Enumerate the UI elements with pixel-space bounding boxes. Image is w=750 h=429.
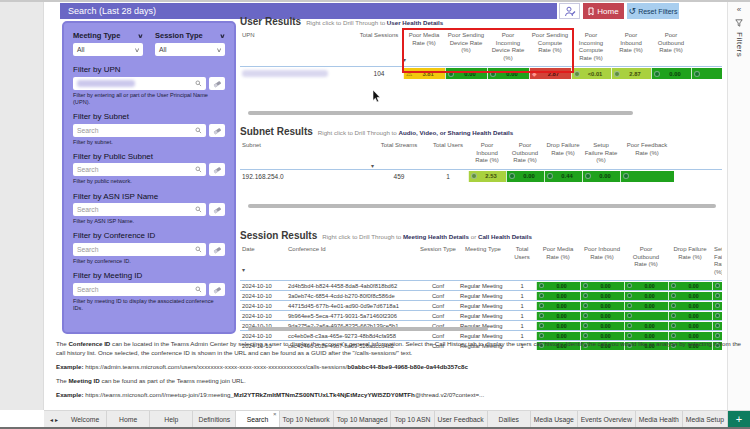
column-header[interactable]: Poor Outbound Rate (%)	[624, 244, 668, 281]
tab-media-setup[interactable]: Media Setup	[683, 411, 728, 427]
column-header[interactable]: Setup Failure Rate (%)	[582, 140, 620, 169]
filter-search-input[interactable]: Search	[73, 283, 206, 296]
tab-media-health[interactable]: Media Health	[636, 411, 683, 427]
close-icon[interactable]: ×	[273, 411, 277, 417]
filter-search-input[interactable]: Search	[73, 124, 206, 137]
column-header[interactable]: Drop Failure Rate (%)	[544, 140, 582, 169]
tab-definitions[interactable]: Definitions	[193, 411, 236, 427]
eraser-icon	[213, 205, 222, 214]
column-header[interactable]: Poor Sending Device Rate (%)	[445, 30, 487, 67]
filter-search-input[interactable]: Search	[73, 163, 206, 176]
session-row[interactable]: 2024-10-109b964ee5-5eca-4771-9031-5a7146…	[240, 311, 722, 321]
column-header[interactable]: Meeting Type	[458, 244, 508, 281]
filter-search-input[interactable]: Search	[73, 243, 206, 256]
column-header[interactable]: Date	[240, 244, 286, 281]
kpi-indicator: 0.00	[668, 292, 712, 300]
total-users-value: 1	[428, 169, 468, 183]
circle-icon	[627, 313, 632, 318]
column-header[interactable]: Subnet	[240, 140, 370, 169]
column-header[interactable]: Total Users	[428, 140, 468, 169]
column-header[interactable]: Poor Feedback Rate (%)	[620, 140, 674, 169]
column-header[interactable]: Setup Failure Rate (%)	[712, 244, 722, 281]
circle-icon	[448, 71, 454, 77]
kpi-cell: 0.00	[624, 291, 668, 301]
filter-label: Filter by Meeting ID	[73, 271, 225, 280]
kpi-cell: 0.00	[445, 67, 487, 81]
column-header[interactable]: Poor Outbound Rate (%)	[651, 30, 691, 67]
tab-help[interactable]: Help	[150, 411, 193, 427]
column-header[interactable]: Poor Media Rate (%)	[536, 244, 580, 281]
horizontal-scrollbar[interactable]	[248, 111, 633, 115]
tab-user-feedback[interactable]: User Feedback	[435, 411, 488, 427]
meeting-type: Regular Meeting	[458, 301, 508, 311]
total-sessions-value: 104	[355, 67, 403, 81]
chevron-down-icon[interactable]: ∨	[137, 32, 144, 39]
sort-caret-icon[interactable]: ▾	[242, 266, 245, 273]
session-row[interactable]: 2024-10-1044715d45-677b-4e01-ad90-0d9e7d…	[240, 301, 722, 311]
tab-top-10-asn[interactable]: Top 10 ASN	[391, 411, 434, 427]
clear-filter-button[interactable]	[209, 203, 225, 216]
add-page-button[interactable]: +	[728, 411, 750, 427]
tab-welcome[interactable]: Welcome	[64, 411, 107, 427]
tab-nav-right-icon[interactable]: ▸	[55, 416, 58, 423]
clear-filter-button[interactable]	[209, 77, 225, 90]
kpi-indicator: 0.00	[487, 68, 529, 79]
meeting-type-dropdown: Meeting Type ∨ All ∨	[73, 31, 143, 56]
column-header[interactable]: Poor Incoming Device Rate (%)	[487, 30, 529, 67]
kpi-value: 0.00	[677, 323, 710, 329]
tab-top-10-network[interactable]: Top 10 Network	[280, 411, 334, 427]
horizontal-scrollbar[interactable]	[248, 327, 488, 331]
tab-media-usage[interactable]: Media Usage	[531, 411, 578, 427]
filter-group: Filter by UPN Filter by entering all or …	[73, 65, 225, 106]
tab-events-overview[interactable]: Events Overview	[578, 411, 636, 427]
column-header[interactable]: Total Sessions	[355, 30, 403, 67]
tab-nav-left-icon[interactable]: ◂	[50, 416, 53, 423]
clear-filter-button[interactable]	[209, 243, 225, 256]
filter-search-input[interactable]	[73, 77, 206, 90]
column-header[interactable]: Poor Sending Compute Rate (%)	[529, 30, 571, 67]
session-row[interactable]: 2024-10-102d4b5bd4-b824-4458-8da8-4ab0f8…	[240, 281, 722, 291]
column-header[interactable]: Poor Inbound Rate (%)	[580, 244, 624, 281]
sort-caret-icon[interactable]: ▾	[403, 56, 406, 63]
kpi-cell	[712, 281, 722, 291]
filter-groups: Filter by UPN Filter by entering all or …	[73, 65, 225, 312]
kpi-value: 0.00	[633, 323, 666, 329]
column-header[interactable]: UPN	[240, 30, 355, 67]
filter-search-input[interactable]: Search	[73, 203, 206, 216]
subnet-results-section: Subnet Results Right click to Drill Thro…	[240, 126, 722, 183]
column-header[interactable]: Poor Inbound Rate (%)	[468, 140, 506, 169]
column-header[interactable]: Poor Incoming Compute Rate (%)	[571, 30, 611, 67]
sort-caret-icon[interactable]: ▾	[371, 162, 374, 169]
user-results-row[interactable]: 104 ⚠3.810.000.00◆2.87<0.012.870.00	[240, 67, 722, 81]
circle-icon	[490, 71, 496, 77]
clear-filter-button[interactable]	[209, 163, 225, 176]
kpi-value: 2.87	[621, 71, 649, 77]
session-type-select[interactable]: All ∨	[155, 43, 225, 56]
clear-filter-button[interactable]	[209, 283, 225, 296]
column-header[interactable]: Session Type	[418, 244, 458, 281]
rich-text: The	[56, 377, 68, 384]
circle-icon	[583, 323, 588, 328]
meeting-type-select[interactable]: All ∨	[73, 43, 143, 56]
tab-search[interactable]: Search×	[236, 411, 279, 427]
chevron-down-icon[interactable]: ∨	[219, 32, 226, 39]
kpi-cell: 0.00	[536, 321, 580, 331]
column-header[interactable]: Total Users	[508, 244, 536, 281]
collapse-icon[interactable]: «	[737, 5, 741, 14]
meeting-type-value: All	[77, 46, 85, 53]
tab-home[interactable]: Home	[107, 411, 150, 427]
tab-dailies[interactable]: Dailies	[488, 411, 531, 427]
column-header[interactable]: Conference Id	[286, 244, 418, 281]
kpi-value: 0.00	[633, 333, 666, 339]
column-header[interactable]: Poor Inbound Rate (%)	[611, 30, 651, 67]
session-row[interactable]: 2024-10-103a0eb74c-6854-4cdd-b270-80f0f8…	[240, 291, 722, 301]
column-header[interactable]: Drop Failure Rate (%)	[668, 244, 712, 281]
horizontal-scrollbar[interactable]	[248, 204, 716, 208]
subnet-results-row[interactable]: 192.168.254.0 459 1 2.530.000.440.00	[240, 169, 722, 183]
kpi-value: 0.00	[677, 293, 710, 299]
column-header[interactable]: Poor Outbound Rate (%)	[506, 140, 544, 169]
column-header[interactable]: Poor Media Rate (%)	[403, 30, 445, 67]
tab-top-10-managed[interactable]: Top 10 Managed	[334, 411, 392, 427]
column-header[interactable]: Total Streams	[370, 140, 428, 169]
clear-filter-button[interactable]	[209, 124, 225, 137]
